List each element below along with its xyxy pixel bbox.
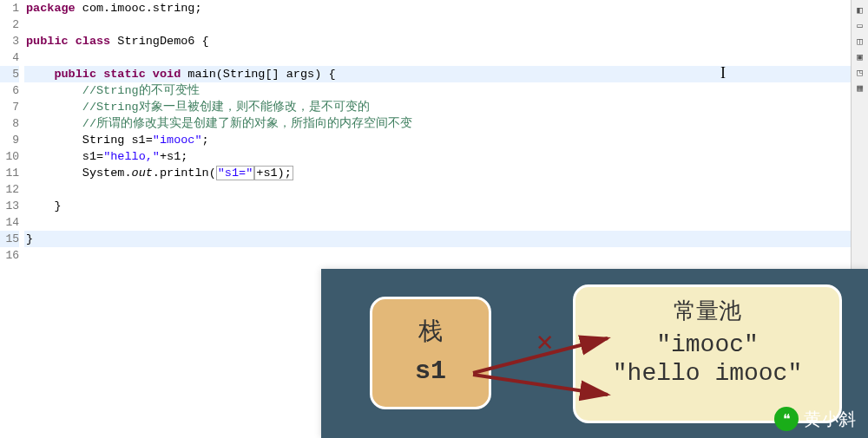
keyword-public: public	[54, 68, 96, 81]
brace: }	[26, 199, 62, 212]
class-decl: StringDemo6 {	[110, 35, 208, 48]
watermark: ❝ 黄小斜	[774, 407, 856, 431]
line-num: 2	[0, 16, 19, 33]
line-num: 14	[0, 214, 19, 231]
text-cursor-icon: I	[720, 64, 726, 82]
line-num: 6	[0, 82, 19, 99]
line-num: 1	[0, 0, 19, 16]
watermark-text: 黄小斜	[804, 408, 856, 431]
comment: //String对象一旦被创建，则不能修改，是不可变的	[26, 101, 370, 114]
code-text: +s1);	[254, 166, 293, 180]
line-num: 8	[0, 115, 19, 132]
line-num: 12	[0, 181, 19, 198]
wechat-icon: ❝	[774, 407, 799, 431]
brace: }	[26, 232, 33, 245]
line-num: 10	[0, 148, 19, 165]
keyword-class: class	[76, 35, 111, 48]
toolbar-icon[interactable]: ◧	[854, 3, 866, 16]
line-num: 4	[0, 49, 19, 66]
keyword-package: package	[26, 2, 76, 15]
comment: //所谓的修改其实是创建了新的对象，所指向的内存空间不变	[26, 117, 412, 130]
pool-title: 常量池	[575, 296, 839, 326]
line-num: 15	[0, 231, 19, 247]
right-icon-bar: ◧ ▭ ◫ ▣ ◳ ▦	[851, 0, 868, 286]
string-literal: "imooc"	[153, 134, 202, 147]
line-num: 16	[0, 247, 19, 264]
line-num: 7	[0, 99, 19, 115]
memory-diagram: 栈 s1 常量池 "imooc" "hello imooc" ✕ ❝ 黄小斜	[321, 269, 868, 438]
static-field: out	[132, 167, 153, 180]
code-editor[interactable]: 1 2 3 4 5 6 7 8 9 10 11 12 13 14 15 16 p…	[0, 0, 851, 264]
string-literal: "hello,"	[103, 150, 160, 163]
code-area[interactable]: package com.imooc.string; public class S…	[24, 0, 851, 264]
pool-value: "imooc"	[575, 331, 839, 358]
keyword-void: void	[153, 68, 181, 81]
comment: //String的不可变性	[26, 84, 200, 97]
toolbar-icon[interactable]: ▭	[854, 19, 866, 31]
code-text: System.	[26, 167, 132, 180]
keyword-public: public	[26, 35, 69, 48]
toolbar-icon[interactable]: ▣	[854, 50, 866, 62]
code-text: String s1=	[26, 134, 153, 147]
code-text: ;	[202, 134, 209, 147]
method-sig: main(String[] args) {	[181, 68, 335, 81]
line-num: 11	[0, 165, 19, 181]
line-num: 9	[0, 132, 19, 148]
line-num: 5	[0, 66, 19, 82]
stack-title: 栈	[372, 315, 489, 348]
line-gutter: 1 2 3 4 5 6 7 8 9 10 11 12 13 14 15 16	[0, 0, 24, 264]
string-literal: "s1="	[216, 166, 255, 180]
stack-var: s1	[372, 356, 489, 386]
cross-icon: ✕	[536, 324, 553, 359]
constant-pool-box: 常量池 "imooc" "hello imooc"	[573, 284, 842, 423]
pool-value: "hello imooc"	[575, 360, 839, 387]
toolbar-icon[interactable]: ◫	[854, 35, 866, 47]
keyword-static: static	[103, 68, 146, 81]
code-text: .println(	[153, 167, 216, 180]
toolbar-icon[interactable]: ▦	[854, 82, 866, 94]
toolbar-icon[interactable]: ◳	[854, 66, 866, 78]
line-num: 13	[0, 198, 19, 214]
package-name: com.imooc.string;	[76, 2, 202, 15]
code-text: +s1;	[160, 150, 187, 163]
stack-box: 栈 s1	[370, 297, 491, 409]
code-text: s1=	[26, 150, 103, 163]
line-num: 3	[0, 33, 19, 49]
